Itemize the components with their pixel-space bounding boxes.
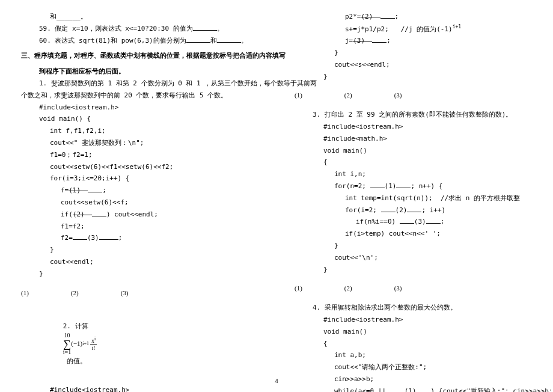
code: cout<<" 斐波那契数列：\n"; xyxy=(21,137,258,149)
code: { xyxy=(295,156,532,168)
code: cout<<s<<endl; xyxy=(295,59,532,71)
code: cout<<"请输入两个正整数:"; xyxy=(295,361,532,373)
code: for(i=3;i<=20;i++) { xyxy=(21,173,258,185)
code: int a,b; xyxy=(295,349,532,361)
p1-desc1: 1. 斐波那契数列的第 1 和第 2 个数分别为 0 和 1 ，从第三个数开始，… xyxy=(21,78,258,90)
code: } xyxy=(295,71,532,83)
code: } xyxy=(21,244,258,256)
code: void main() xyxy=(295,326,532,338)
code-blank: for(i=2; (2); i++) xyxy=(295,204,532,216)
code: if(i>temp) cout<<n<<' '; xyxy=(295,228,532,240)
code-blank: j=(3); xyxy=(295,35,532,47)
code: } xyxy=(295,264,532,276)
code: void main() xyxy=(295,145,532,157)
code: #include<iostream.h> xyxy=(21,384,258,392)
code: #include<math.h> xyxy=(295,133,532,145)
section3-title2: 到程序下面相应标号的后面。 xyxy=(21,66,258,78)
code: cin>>a>>b; xyxy=(295,373,532,385)
code-blank: if((2)) cout<<endl; xyxy=(21,209,258,221)
code: void main() { xyxy=(21,113,258,125)
code-blank: for(n=2; (1); n++) { xyxy=(295,180,532,192)
page-number: 4 xyxy=(275,375,278,387)
code: s+=j*p1/p2; //j 的值为(-1)i+1 xyxy=(295,23,532,35)
p1-desc2: 个数之和，求斐波那契数列中的前 20 个数，要求每行输出 5 个数。 xyxy=(21,90,258,102)
code: cout<<setw(6)<<f; xyxy=(21,197,258,209)
code: #include<iostream.h> xyxy=(295,314,532,326)
code: } xyxy=(21,268,258,280)
code: cout<<setw(6)<<f1<<setw(6)<<f2; xyxy=(21,161,258,173)
p4-desc: 4. 采用辗转相除法求出两个整数的最大公约数。 xyxy=(295,302,532,314)
code-blank: if(n%i==0) (3); xyxy=(295,216,532,228)
code: cout<<endl; xyxy=(21,256,258,268)
q60: 60. 表达式 sqrt(81)和 pow(6,3)的值分别为和。 xyxy=(21,35,258,47)
code: #include<iostream.h> xyxy=(295,121,532,133)
code: #include<iostream.h> xyxy=(21,102,258,114)
code: } xyxy=(295,47,532,59)
code: int f,f1,f2,i; xyxy=(21,125,258,137)
p3-desc: 3. 打印出 2 至 99 之间的所有素数(即不能被任何数整除的数)。 xyxy=(295,109,532,121)
answer-row: (1)(2)(3) xyxy=(295,283,532,295)
text: 和______。 xyxy=(21,11,258,23)
answer-row: (1)(2)(3) xyxy=(295,90,532,102)
code: f1=0；f2=1; xyxy=(21,149,258,161)
p2-desc: 2. 计算 10 ∑ i=1 (−1)i+1 xi i! 的值。 xyxy=(21,308,258,379)
code-blank: while(a<=0 || (1)) {cout<<"重新输入:"; cin>>… xyxy=(295,385,532,392)
code: } xyxy=(295,240,532,252)
q59: 59. 假定 x=10，则表达式 x<=10?20:30 的值为。 xyxy=(21,23,258,35)
code: cout<<'\n'; xyxy=(295,252,532,264)
code: int i,n; xyxy=(295,168,532,180)
code: int temp=int(sqrt(n)); //求出 n 的平方根并取整 xyxy=(295,192,532,204)
code-blank: p2*=(2); xyxy=(295,11,532,23)
code-blank: f2=(3); xyxy=(21,232,258,244)
answer-row: (1)(2)(3) xyxy=(21,287,258,299)
code-blank: f=(1); xyxy=(21,185,258,197)
code: { xyxy=(295,338,532,350)
code: f1=f2; xyxy=(21,221,258,233)
section3-title: 三、程序填充题，对程序、函数或类中划有横线的位置，根据题意按标号把合适的内容填写 xyxy=(21,50,258,62)
